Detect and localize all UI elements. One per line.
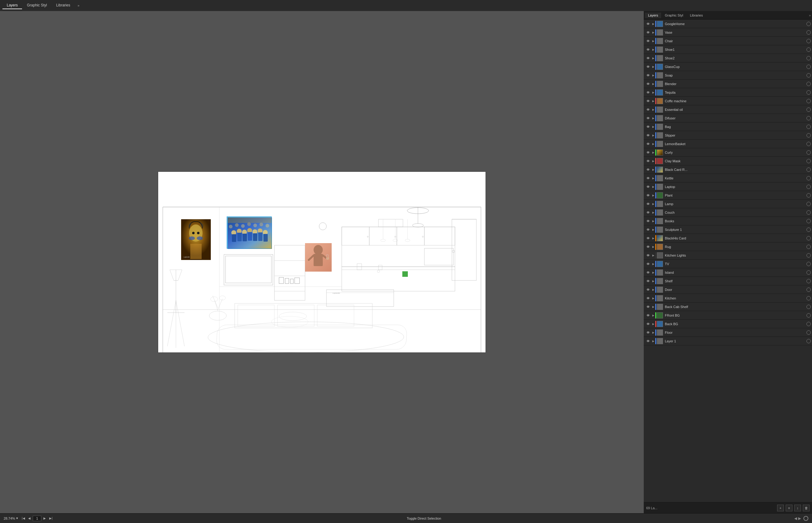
layer-target-circle[interactable]	[807, 236, 811, 240]
layer-target-circle[interactable]	[807, 305, 811, 309]
layer-target-circle[interactable]	[807, 39, 811, 43]
layer-target-circle[interactable]	[807, 116, 811, 120]
layer-target-circle[interactable]	[807, 30, 811, 35]
layer-target-circle[interactable]	[807, 159, 811, 163]
layer-expand-arrow[interactable]: ▶	[651, 57, 655, 60]
layer-expand-arrow[interactable]: ▶	[651, 142, 655, 145]
layer-visibility-toggle[interactable]: 👁	[645, 278, 651, 284]
layer-visibility-toggle[interactable]: 👁	[645, 132, 651, 139]
layer-target-circle[interactable]	[807, 228, 811, 232]
layer-target-circle[interactable]	[807, 202, 811, 206]
layer-target-circle[interactable]	[807, 65, 811, 69]
layer-expand-arrow[interactable]: ▶	[651, 288, 655, 291]
layer-target-circle[interactable]	[807, 176, 811, 180]
layer-expand-arrow[interactable]: ▶	[651, 263, 655, 266]
layer-visibility-toggle[interactable]: 👁	[645, 30, 651, 36]
layer-expand-arrow[interactable]: ▶	[651, 117, 655, 120]
layer-target-circle[interactable]	[807, 167, 811, 172]
layer-target-circle[interactable]	[807, 339, 811, 343]
layer-row[interactable]: 👁 ▶ Essential oil	[644, 105, 812, 114]
layer-visibility-toggle[interactable]: 👁	[645, 184, 651, 190]
layer-row[interactable]: 👁 ▶ Tequila	[644, 88, 812, 97]
layer-target-circle[interactable]	[807, 219, 811, 223]
layer-expand-arrow[interactable]: ▶	[651, 31, 655, 34]
layer-expand-arrow[interactable]: ▶	[651, 39, 655, 42]
layer-visibility-toggle[interactable]: 👁	[645, 64, 651, 70]
layer-target-circle[interactable]	[807, 125, 811, 129]
layer-target-circle[interactable]	[807, 210, 811, 215]
layer-expand-arrow[interactable]: ▶	[651, 108, 655, 111]
layer-target-circle[interactable]	[807, 56, 811, 60]
layer-visibility-toggle[interactable]: 👁	[645, 201, 651, 207]
layer-row[interactable]: 👁 ▶ FRont BG	[644, 311, 812, 320]
layer-expand-arrow[interactable]: ▶	[651, 331, 655, 334]
layer-target-circle[interactable]	[807, 90, 811, 95]
layer-visibility-toggle[interactable]: 👁	[645, 312, 651, 319]
layer-visibility-toggle[interactable]: 👁	[645, 124, 651, 130]
layer-expand-arrow[interactable]: ▶	[651, 279, 655, 283]
layer-target-circle[interactable]	[807, 296, 811, 301]
layer-expand-arrow[interactable]: ▶	[651, 202, 655, 205]
layer-row[interactable]: 👁 ▶ Lamp	[644, 200, 812, 208]
layer-target-circle[interactable]	[807, 245, 811, 249]
layer-row[interactable]: 👁 ▶ Shoe2	[644, 54, 812, 62]
panel-tab-layers[interactable]: Layers	[645, 13, 661, 18]
layer-expand-arrow[interactable]: ▶	[651, 125, 655, 128]
layer-visibility-toggle[interactable]: 👁	[645, 175, 651, 181]
zoom-dropdown[interactable]: ▾	[16, 516, 18, 520]
layer-target-circle[interactable]	[807, 107, 811, 112]
layer-expand-arrow[interactable]: ▶	[651, 74, 655, 77]
portrait-artwork[interactable]: a.giavale	[181, 219, 211, 260]
layer-visibility-toggle[interactable]: 👁	[645, 98, 651, 104]
first-page-button[interactable]: |◀	[20, 516, 26, 521]
right-arrow-icon[interactable]: ▶	[798, 516, 801, 521]
layer-visibility-toggle[interactable]: 👁	[645, 166, 651, 173]
layer-target-circle[interactable]	[807, 279, 811, 283]
layer-visibility-toggle[interactable]: 👁	[645, 227, 651, 233]
layer-visibility-toggle[interactable]: 👁	[645, 210, 651, 216]
layer-visibility-toggle[interactable]: 👁	[645, 218, 651, 224]
tab-expand-icon[interactable]: »	[77, 4, 79, 7]
layer-target-circle[interactable]	[807, 150, 811, 155]
layer-expand-arrow[interactable]: ▶	[651, 151, 655, 154]
tab-libraries[interactable]: Libraries	[52, 2, 74, 9]
layer-target-circle[interactable]	[807, 22, 811, 26]
left-arrow-icon[interactable]: ◀	[794, 516, 797, 521]
layer-expand-arrow[interactable]: ▶	[651, 228, 655, 231]
layer-visibility-toggle[interactable]: 👁	[645, 89, 651, 95]
layer-target-circle[interactable]	[807, 133, 811, 138]
crowd-artwork[interactable]	[227, 217, 271, 248]
layer-visibility-toggle[interactable]: 👁	[645, 21, 651, 27]
layer-row[interactable]: 👁 ▶ Shoe1	[644, 45, 812, 54]
layer-visibility-toggle[interactable]: 👁	[645, 338, 651, 344]
layer-row[interactable]: 👁 ▶ Plant	[644, 191, 812, 200]
layer-visibility-toggle[interactable]: 👁	[645, 252, 651, 258]
layer-visibility-toggle[interactable]: 👁	[645, 47, 651, 53]
layer-row[interactable]: 👁 ▶ TV	[644, 260, 812, 268]
layer-row[interactable]: 👁 ▶ Clay Mask	[644, 157, 812, 165]
layer-expand-arrow[interactable]: ▶	[651, 185, 655, 188]
layer-expand-arrow[interactable]: ▶	[651, 211, 655, 214]
layer-target-circle[interactable]	[807, 288, 811, 292]
layer-row[interactable]: 👁 ▶ Back BG	[644, 320, 812, 328]
layer-expand-arrow[interactable]: ▶	[651, 22, 655, 25]
layer-visibility-toggle[interactable]: 👁	[645, 295, 651, 301]
layer-row[interactable]: 👁 ▶ Bag	[644, 123, 812, 131]
layer-expand-arrow[interactable]: ▶	[651, 48, 655, 51]
layer-visibility-toggle[interactable]: 👁	[645, 81, 651, 87]
layer-expand-arrow[interactable]: ▶	[651, 271, 655, 274]
new-layer-button[interactable]: +	[777, 505, 784, 511]
tab-graphic-styl[interactable]: Graphic Styl	[23, 2, 51, 9]
layer-visibility-toggle[interactable]: 👁	[645, 321, 651, 327]
next-page-button[interactable]: ▶	[42, 516, 48, 521]
layer-expand-arrow[interactable]: ▶	[651, 254, 655, 257]
layer-expand-arrow[interactable]: ▶	[651, 168, 655, 171]
last-page-button[interactable]: ▶|	[48, 516, 54, 521]
layer-row[interactable]: 👁 ▶ Floor	[644, 328, 812, 337]
layer-visibility-toggle[interactable]: 👁	[645, 55, 651, 61]
layer-target-circle[interactable]	[807, 82, 811, 86]
layer-visibility-toggle[interactable]: 👁	[645, 235, 651, 241]
layer-target-circle[interactable]	[807, 73, 811, 77]
layer-visibility-toggle[interactable]: 👁	[645, 107, 651, 113]
layer-row[interactable]: 👁 ▶ Laptop	[644, 182, 812, 191]
